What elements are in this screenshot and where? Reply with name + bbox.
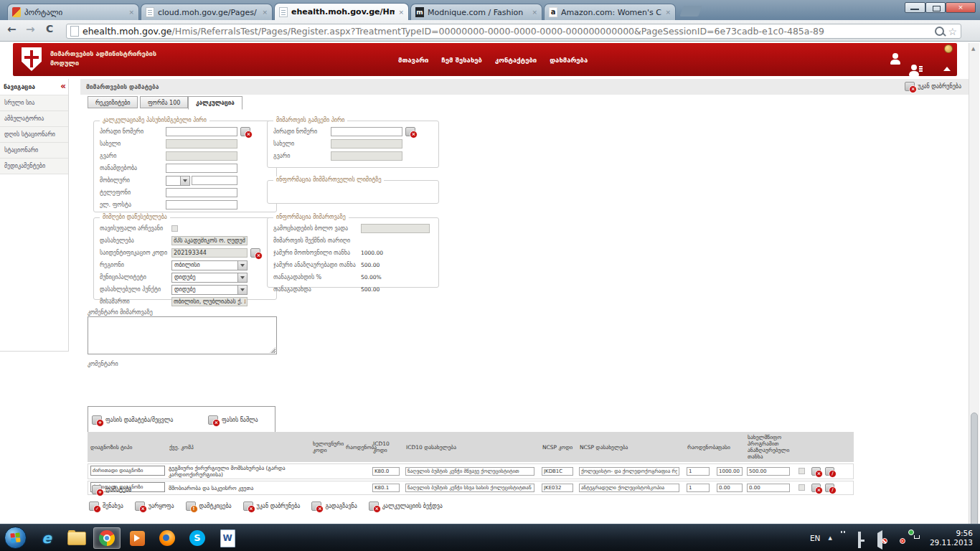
window-close-button[interactable]: × xyxy=(946,2,976,13)
taskbar-media-player-button[interactable] xyxy=(123,527,151,549)
tab-calculation[interactable]: კალკულაცია xyxy=(188,96,242,110)
refresh-icon[interactable]: C xyxy=(46,23,53,34)
sidebar-item-ambulatory[interactable]: ამბულატორია xyxy=(0,111,68,127)
quantity-input[interactable] xyxy=(687,467,710,476)
tab-close-icon[interactable]: × xyxy=(128,9,134,16)
icd10-code-input[interactable] xyxy=(372,467,400,476)
tab-close-icon[interactable]: × xyxy=(262,9,268,16)
state-amount-input[interactable] xyxy=(747,484,790,492)
taskbar-skype-button[interactable]: S xyxy=(184,527,211,549)
url-bar[interactable]: ehealth.moh.gov.ge/Hmis/ReferralsTest/Pa… xyxy=(66,24,961,39)
row-delete-icon[interactable]: × xyxy=(811,467,821,476)
new-tab-button[interactable] xyxy=(679,6,702,17)
diagnosis-type-box[interactable]: ძირითადი დიაგნოზი xyxy=(90,466,165,476)
icd10-name-input[interactable] xyxy=(405,484,534,492)
sidebar-item-medications[interactable]: მედიკამენტები xyxy=(0,159,68,174)
taskbar-explorer-button[interactable] xyxy=(63,527,90,549)
region-select[interactable]: თბილისი xyxy=(171,260,248,270)
row-cancel-icon[interactable]: / xyxy=(825,467,834,476)
sidebar-item-full-list[interactable]: სრული სია xyxy=(0,95,68,111)
reject-button[interactable]: ×უარყოფა xyxy=(135,501,174,511)
referral-comment-textarea[interactable] xyxy=(88,316,277,354)
window-minimize-button[interactable] xyxy=(905,2,925,13)
action-center-flag-icon[interactable]: × xyxy=(894,533,904,543)
calc-phone-input[interactable] xyxy=(166,188,237,197)
ncsp-name-input[interactable] xyxy=(579,484,679,492)
taskbar-chrome-button[interactable] xyxy=(93,527,121,549)
quantity-input[interactable] xyxy=(687,484,710,492)
icd10-code-input[interactable] xyxy=(372,484,400,492)
mobile-prefix-select[interactable] xyxy=(166,176,190,186)
tab-close-icon[interactable]: × xyxy=(532,9,537,16)
menu-item-contacts[interactable]: კონტაქტები xyxy=(495,56,537,64)
calc-email-input[interactable] xyxy=(166,200,237,209)
taskbar-word-button[interactable]: W xyxy=(214,527,241,549)
user-list-icon[interactable] xyxy=(908,65,920,76)
tab-close-icon[interactable]: × xyxy=(665,9,671,16)
back-to-list-button[interactable]: × უკან დაბრუნება xyxy=(905,82,961,91)
menu-item-about[interactable]: ჩემ შესახებ xyxy=(441,56,482,64)
menu-item-home[interactable]: მთავარი xyxy=(398,56,428,64)
calc-mobile-input[interactable] xyxy=(192,176,237,185)
sidebar-collapse-icon[interactable]: « xyxy=(60,81,66,91)
help-globe-icon[interactable] xyxy=(944,44,953,53)
price-input[interactable] xyxy=(717,484,743,492)
state-amount-input[interactable] xyxy=(747,467,790,476)
power-plug-icon[interactable] xyxy=(840,533,850,543)
dropbox-icon[interactable] xyxy=(912,533,922,543)
municipality-select[interactable]: დიდუბე xyxy=(171,273,248,283)
start-button[interactable] xyxy=(4,527,27,549)
receiver-lookup-clear-icon[interactable]: × xyxy=(250,248,260,258)
taskbar-ie-button[interactable]: e xyxy=(33,527,60,549)
row-delete-icon[interactable]: × xyxy=(811,484,821,492)
language-indicator[interactable]: EN xyxy=(810,534,821,542)
browser-tab[interactable]: a Amazon.com: Women's C × xyxy=(544,4,676,20)
browser-tab-active[interactable]: ehealth.moh.gov.ge/Hmis × xyxy=(274,3,409,20)
forward-send-button[interactable]: ×გადაგზავნა xyxy=(311,501,357,511)
sidebar-item-day-hospital[interactable]: დღის სტაციონარი xyxy=(0,127,68,143)
settlement-select[interactable]: დიდუბე xyxy=(171,285,248,295)
icd10-name-input[interactable] xyxy=(405,467,534,476)
taskbar-firefox-button[interactable] xyxy=(154,527,181,549)
forward-icon[interactable]: → xyxy=(26,23,35,36)
tab-form-100[interactable]: ფორმა 100 xyxy=(140,96,188,108)
back-icon[interactable]: ← xyxy=(7,23,17,36)
clock[interactable]: 9:56 29.11.2013 xyxy=(930,529,973,547)
tab-close-icon[interactable]: × xyxy=(398,9,404,16)
tray-expand-icon[interactable]: ▲ xyxy=(828,535,831,541)
collapse-header-chevron-icon[interactable] xyxy=(943,67,951,71)
network-icon[interactable] xyxy=(858,533,868,543)
print-calculation-button[interactable]: ×კალკულაციის ბეჭდვა xyxy=(369,501,443,511)
browser-tab[interactable]: cloud.moh.gov.ge/Pages/ × xyxy=(141,4,273,20)
magnifier-icon[interactable] xyxy=(935,27,944,36)
calc-position-input[interactable] xyxy=(166,164,237,173)
bookmark-star-icon[interactable]: ☆ xyxy=(948,26,957,37)
price-add-change-button[interactable]: + ფასის დამატება/შეცვლა xyxy=(92,415,173,425)
menu-item-help[interactable]: დახმარება xyxy=(550,56,588,64)
issuer-personal-no-clear-icon[interactable]: × xyxy=(405,127,415,136)
return-back-button[interactable]: ×უკან დაბრუნება xyxy=(243,501,301,511)
calc-personal-no-input[interactable] xyxy=(166,127,237,136)
approve-button[interactable]: !დამტკიცება xyxy=(186,501,232,511)
browser-tab[interactable]: m Modnique.com / Fashion × xyxy=(410,4,542,20)
resize-handle-icon[interactable] xyxy=(270,347,275,353)
window-maximize-button[interactable] xyxy=(925,2,946,13)
add-row-button[interactable]: + დამატება xyxy=(92,485,131,494)
ncsp-code-input[interactable] xyxy=(542,484,573,492)
calc-personal-no-clear-icon[interactable]: × xyxy=(240,127,250,136)
price-delete-button[interactable]: × ფასის წაშლა xyxy=(208,415,258,425)
price-input[interactable] xyxy=(717,467,743,476)
url-text[interactable]: ehealth.moh.gov.ge/Hmis/ReferralsTest/Pa… xyxy=(83,26,931,37)
save-button[interactable]: ✓შენახვა xyxy=(89,501,123,511)
sidebar-item-hospital[interactable]: სტაციონარი xyxy=(0,143,68,159)
row-cancel-icon[interactable]: / xyxy=(825,484,834,492)
ncsp-code-input[interactable] xyxy=(542,467,573,476)
scroll-up-icon[interactable]: ▲ xyxy=(971,46,975,52)
ncsp-name-input[interactable] xyxy=(579,467,679,476)
browser-tab[interactable]: პორტალი × xyxy=(7,4,139,20)
issuer-personal-no-input[interactable] xyxy=(331,127,402,136)
user-icon[interactable] xyxy=(890,53,901,65)
volume-muted-icon[interactable] xyxy=(876,533,886,543)
tab-requisites[interactable]: რეკვიზიტები xyxy=(88,96,138,108)
page-scrollbar[interactable]: ▲ xyxy=(969,43,979,524)
